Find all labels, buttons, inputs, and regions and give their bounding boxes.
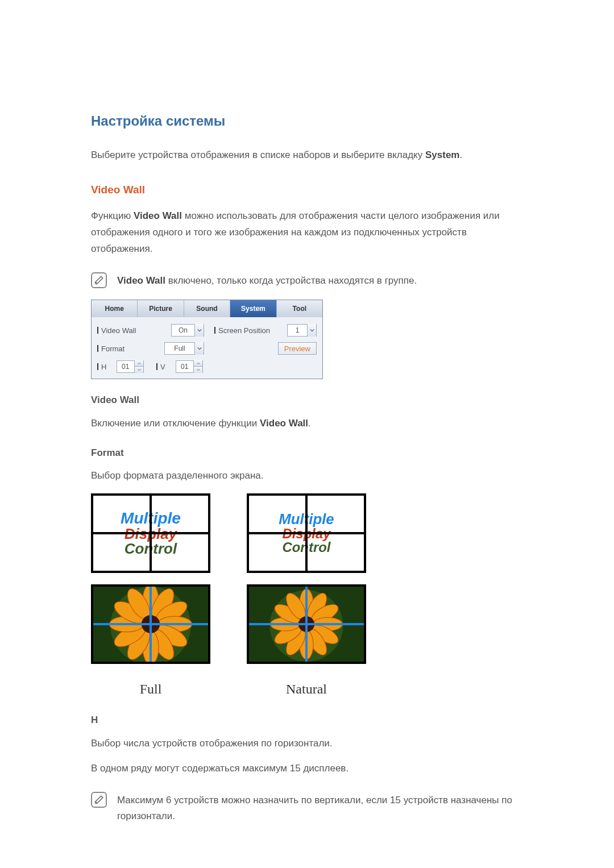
mdc-text: Multiple Display Control <box>254 499 359 567</box>
tab-bar: Home Picture Sound System Tool <box>92 300 322 317</box>
spinner-v-value: 01 <box>176 362 193 372</box>
system-panel: Home Picture Sound System Tool Video Wal… <box>91 300 323 379</box>
vw-toggle-bold: Video Wall <box>260 418 308 429</box>
spinner-h-value: 01 <box>117 362 134 372</box>
paragraph-intro: Выберите устройства отображения в списке… <box>91 147 523 164</box>
panel-row-1: Video Wall On Screen Position 1 <box>97 324 317 337</box>
pencil-note-icon <box>91 272 107 288</box>
preview-button[interactable]: Preview <box>278 342 317 355</box>
vw-desc-prefix: Функцию <box>91 210 134 221</box>
heading-system-setup: Настройка системы <box>91 111 523 131</box>
label-v: V <box>160 362 165 373</box>
combo-format[interactable]: Full <box>164 342 204 355</box>
chevron-down-icon[interactable] <box>194 342 204 355</box>
thumb-flower-full <box>91 584 210 664</box>
field-bar-icon <box>156 363 157 370</box>
spinner-h[interactable]: 01 <box>117 360 144 373</box>
note-2-text: Максимум 6 устройств можно назначить по … <box>117 791 523 823</box>
paragraph-h-desc: Выбор числа устройств отображения по гор… <box>91 736 523 752</box>
chevron-up-icon[interactable] <box>194 360 202 367</box>
combo-screen-position-value: 1 <box>288 325 307 335</box>
heading-video-wall: Video Wall <box>91 182 523 198</box>
panel-row-2: Format Full Preview <box>97 342 317 355</box>
subheading-video-wall: Video Wall <box>91 393 523 408</box>
note-1-bold: Video Wall <box>117 275 165 286</box>
label-video-wall: Video Wall <box>101 325 136 337</box>
chevron-down-icon[interactable] <box>194 324 204 337</box>
intro-text-suffix: . <box>459 149 462 160</box>
mdc-line3: Control <box>125 541 177 556</box>
field-bar-icon <box>97 327 98 334</box>
preview-label: Preview <box>284 343 310 355</box>
mdc-text: Multiple Display Control <box>93 496 208 571</box>
chevron-down-icon[interactable] <box>307 324 316 337</box>
field-bar-icon <box>97 363 98 370</box>
format-col-full: Multiple Display Control <box>91 493 210 699</box>
caption-full: Full <box>91 679 210 699</box>
vw-toggle-suffix: . <box>308 418 311 429</box>
note-row-1: Video Wall включено, только когда устрой… <box>91 271 523 288</box>
spinner-v[interactable]: 01 <box>176 360 203 373</box>
field-bar-icon <box>214 327 215 334</box>
paragraph-h-max: В одном ряду могут содержаться максимум … <box>91 761 523 777</box>
paragraph-format-desc: Выбор формата разделенного экрана. <box>91 468 523 484</box>
format-illustrations: Multiple Display Control <box>91 493 523 699</box>
paragraph-videowall-toggle: Включение или отключение функции Video W… <box>91 416 523 432</box>
mdc-line1: Multiple <box>121 510 181 526</box>
tab-picture[interactable]: Picture <box>138 300 184 317</box>
combo-format-value: Full <box>165 343 194 354</box>
panel-row-3: H 01 V 01 <box>97 360 317 373</box>
note-row-2: Максимум 6 устройств можно назначить по … <box>91 791 523 823</box>
tab-sound[interactable]: Sound <box>184 300 230 317</box>
combo-screen-position[interactable]: 1 <box>287 324 317 337</box>
tab-tool[interactable]: Tool <box>277 300 322 317</box>
note-1-text: Video Wall включено, только когда устрой… <box>117 271 417 288</box>
field-bar-icon <box>97 345 98 352</box>
intro-text-bold: System <box>425 149 459 160</box>
mdc-line2: Display <box>125 526 177 541</box>
label-format: Format <box>101 343 125 355</box>
pencil-note-icon <box>91 792 107 808</box>
tab-system[interactable]: System <box>230 300 276 317</box>
thumb-mdc-full: Multiple Display Control <box>91 493 210 573</box>
label-screen-position: Screen Position <box>218 325 270 337</box>
vw-desc-bold: Video Wall <box>134 210 182 221</box>
label-h: H <box>101 362 106 373</box>
subheading-h: H <box>91 713 523 728</box>
flower-image <box>93 587 208 662</box>
intro-text-prefix: Выберите устройства отображения в списке… <box>91 149 425 160</box>
subheading-format: Format <box>91 446 523 460</box>
note-1-rest: включено, только когда устройства находя… <box>165 275 417 286</box>
format-col-natural: Multiple Display Control <box>247 493 366 699</box>
vw-toggle-prefix: Включение или отключение функции <box>91 418 260 429</box>
combo-video-wall[interactable]: On <box>171 324 204 337</box>
paragraph-videowall-desc: Функцию Video Wall можно использовать дл… <box>91 208 523 258</box>
panel-body: Video Wall On Screen Position 1 <box>92 317 322 379</box>
chevron-down-icon[interactable] <box>135 367 143 373</box>
thumb-flower-natural <box>247 584 366 664</box>
mdc-line3: Control <box>282 541 330 554</box>
svg-point-31 <box>298 616 314 632</box>
chevron-down-icon[interactable] <box>194 367 202 373</box>
thumb-mdc-natural: Multiple Display Control <box>247 493 366 573</box>
chevron-up-icon[interactable] <box>135 360 143 367</box>
flower-image <box>249 587 364 662</box>
mdc-line1: Multiple <box>279 512 334 527</box>
mdc-line2: Display <box>282 527 330 541</box>
caption-natural: Natural <box>247 679 366 699</box>
svg-point-15 <box>142 615 160 633</box>
tab-home[interactable]: Home <box>92 300 138 317</box>
combo-video-wall-value: On <box>172 325 194 335</box>
